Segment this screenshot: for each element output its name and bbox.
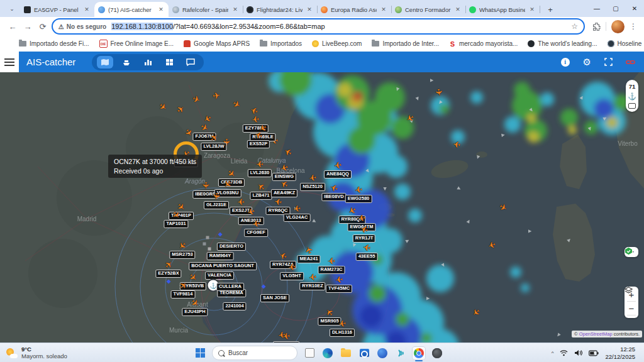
extensions-icon[interactable] bbox=[592, 23, 601, 31]
aircraft-icon[interactable]: ✈ bbox=[292, 204, 301, 214]
vessel-dot[interactable] bbox=[218, 232, 222, 236]
aircraft-icon[interactable]: ✈ bbox=[199, 122, 209, 133]
url-text[interactable]: 192.168.1.130:8100/?lat=40.6693&lon=2.95… bbox=[111, 23, 325, 30]
station-label[interactable]: CULLERA bbox=[216, 283, 244, 291]
aircraft-label[interactable]: 43EE55 bbox=[356, 253, 378, 261]
unidentified-target-icon[interactable]: ▲ bbox=[350, 241, 357, 249]
waypoint-label[interactable]: VALENCIA bbox=[205, 272, 234, 280]
tab-ships-icon[interactable] bbox=[118, 56, 135, 69]
aircraft-label[interactable]: EWG2580 bbox=[345, 195, 372, 203]
aircraft-label[interactable]: GLJ231E bbox=[204, 201, 229, 209]
forward-button[interactable]: → bbox=[20, 22, 35, 31]
vessel-count-widget[interactable]: 71 ⚓ bbox=[626, 80, 638, 112]
aircraft-icon[interactable]: ✈ bbox=[487, 239, 497, 250]
aircraft-icon[interactable]: ✈ bbox=[226, 168, 237, 179]
waypoint-label[interactable]: BOCANA PUERTO SAGUNT bbox=[189, 262, 257, 270]
tab-close-icon[interactable]: ✕ bbox=[528, 6, 536, 13]
tab-centro-formador[interactable]: Centro Formador SV...✕ bbox=[391, 2, 465, 17]
aircraft-label[interactable]: EJU43PH bbox=[182, 308, 208, 316]
osm-shield-icon[interactable] bbox=[625, 247, 633, 255]
aircraft-label[interactable]: MEA241 bbox=[297, 255, 320, 263]
reload-button[interactable]: ⟳ bbox=[35, 22, 50, 31]
zoom-out-button[interactable]: − bbox=[625, 303, 638, 314]
tab-close-icon[interactable]: ✕ bbox=[231, 6, 239, 13]
taskbar-app-dark[interactable] bbox=[431, 347, 443, 359]
bookmark-item[interactable]: Smercado mayorista... bbox=[449, 40, 518, 47]
task-view-button[interactable] bbox=[303, 347, 316, 359]
tab-ais-catcher[interactable]: (71) AIS-catcher✕ bbox=[94, 2, 169, 17]
tab-statistics-icon[interactable] bbox=[140, 56, 156, 69]
aircraft-icon[interactable]: ✈ bbox=[187, 272, 199, 283]
unidentified-target-icon[interactable]: ▲ bbox=[528, 106, 536, 114]
tab-close-icon[interactable]: ✕ bbox=[454, 6, 462, 13]
tab-messages-icon[interactable] bbox=[182, 56, 199, 69]
aircraft-icon[interactable]: ✈ bbox=[497, 202, 508, 213]
map-canvas[interactable]: MadridZaragozaLleidaCatalunyaBarcelonaAr… bbox=[0, 72, 644, 343]
unidentified-target-icon[interactable]: ▲ bbox=[429, 78, 435, 84]
tab-rafelcofer[interactable]: Rafelcofer - Spain St...✕ bbox=[169, 2, 243, 17]
maximize-button[interactable]: ▢ bbox=[606, 5, 625, 12]
tab-close-icon[interactable]: ✕ bbox=[380, 6, 387, 13]
security-chip[interactable]: ⚠No es seguro bbox=[58, 23, 106, 30]
vessel-dot[interactable] bbox=[206, 236, 209, 239]
aircraft-icon[interactable]: ✈ bbox=[308, 272, 317, 282]
aircraft-label[interactable]: TVF45MC bbox=[326, 285, 352, 293]
aircraft-icon[interactable]: ✈ bbox=[324, 307, 335, 318]
aircraft-icon[interactable]: ✈ bbox=[328, 256, 335, 265]
bookmark-item[interactable]: Importado de Inter... bbox=[372, 40, 439, 47]
browser-menu-icon[interactable]: ⋮ bbox=[630, 22, 638, 31]
aircraft-icon[interactable]: ✈ bbox=[163, 259, 174, 270]
aircraft-icon[interactable]: ✈ bbox=[470, 307, 482, 318]
tab-flightradar24[interactable]: Flightradar24: Live Fl...✕ bbox=[243, 2, 317, 17]
start-button[interactable] bbox=[194, 347, 206, 359]
taskbar-sdr[interactable] bbox=[394, 347, 407, 359]
bookmark-item[interactable]: Google Maps APRS bbox=[184, 40, 250, 47]
unidentified-target-icon[interactable]: ▲ bbox=[586, 125, 593, 133]
tab-map-icon[interactable] bbox=[97, 56, 113, 69]
unidentified-target-icon[interactable]: ▲ bbox=[578, 94, 586, 101]
tab-europa-radio[interactable]: Europa Radio Asoci...✕ bbox=[317, 2, 391, 17]
tab-search-button[interactable]: ⌄ bbox=[5, 3, 19, 15]
aircraft-icon[interactable]: ✈ bbox=[357, 213, 366, 223]
unidentified-target-icon[interactable]: ▲ bbox=[565, 236, 574, 244]
aircraft-label[interactable]: VLG5HT bbox=[280, 272, 304, 280]
layers-icon[interactable] bbox=[625, 287, 633, 294]
bookmark-item[interactable]: LiveBeep.com bbox=[312, 40, 362, 47]
unidentified-target-icon[interactable]: ▲ bbox=[500, 132, 506, 138]
aircraft-icon[interactable]: ✈ bbox=[333, 160, 342, 170]
weather-widget[interactable]: 9°CMayorm. soleado bbox=[6, 346, 67, 360]
unidentified-target-icon[interactable]: ▲ bbox=[440, 261, 447, 269]
aircraft-icon[interactable]: ✈ bbox=[347, 205, 357, 216]
unidentified-target-icon[interactable]: ▲ bbox=[465, 217, 472, 225]
fullscreen-icon[interactable] bbox=[604, 58, 613, 66]
aircraft-label[interactable]: LVL28JW bbox=[201, 143, 226, 151]
aircraft-label[interactable]: RYR10EZ bbox=[299, 282, 325, 290]
aircraft-label[interactable]: RAM964Y bbox=[207, 252, 234, 260]
waypoint-label[interactable]: DESIERTO bbox=[217, 243, 246, 251]
aircraft-label[interactable]: EZY52BX bbox=[155, 270, 181, 278]
taskbar-explorer[interactable] bbox=[340, 347, 352, 359]
taskbar-app-blue[interactable] bbox=[376, 347, 389, 359]
unidentified-target-icon[interactable]: ▲ bbox=[394, 85, 401, 93]
aircraft-label[interactable]: DLH1316 bbox=[330, 329, 355, 337]
waypoint-label[interactable]: 2241004 bbox=[223, 302, 246, 310]
vessel-dot[interactable] bbox=[203, 243, 206, 246]
aircraft-icon[interactable]: ✈ bbox=[255, 181, 267, 192]
aircraft-label[interactable]: MSR2753 bbox=[169, 251, 195, 259]
tab-ea5gvp[interactable]: EA5GVP - Panel de C...✕ bbox=[20, 2, 94, 17]
aircraft-label[interactable]: NSZ5120 bbox=[300, 183, 325, 191]
aircraft-icon[interactable]: ✈ bbox=[256, 160, 264, 168]
vessel-dot[interactable] bbox=[166, 279, 170, 283]
aircraft-icon[interactable]: ✈ bbox=[282, 331, 291, 341]
tab-close-icon[interactable]: ✕ bbox=[157, 6, 165, 13]
wifi-icon[interactable] bbox=[560, 349, 568, 356]
taskbar-chrome[interactable] bbox=[413, 347, 425, 359]
aircraft-icon[interactable]: ✈ bbox=[231, 99, 242, 110]
aircraft-icon[interactable]: ✈ bbox=[308, 173, 317, 183]
aircraft-icon[interactable]: ✈ bbox=[434, 88, 444, 97]
bookmark-item[interactable]: Importados bbox=[260, 40, 302, 47]
bookmark-item[interactable]: OIEFree Online Image E... bbox=[99, 40, 174, 48]
vessel-dot[interactable] bbox=[208, 248, 211, 251]
aircraft-icon[interactable]: ✈ bbox=[175, 104, 186, 115]
aircraft-icon[interactable]: ✈ bbox=[303, 245, 314, 255]
